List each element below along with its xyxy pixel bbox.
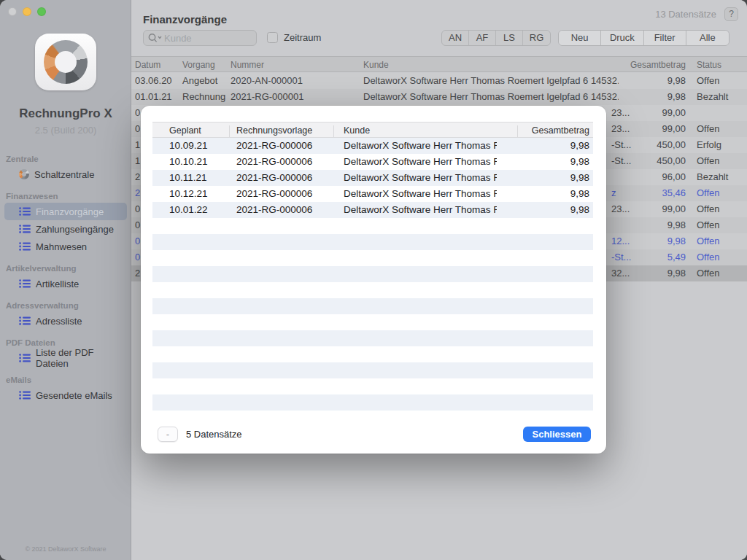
search-input[interactable] <box>143 30 257 46</box>
dialog-row[interactable]: 10.01.22 2021-RG-000006 DeltaworX Softwa… <box>152 202 593 218</box>
sidebar-item-label: Zahlungseingänge <box>36 224 114 235</box>
column-divider <box>333 125 334 137</box>
table-header: Datum Vorgang Nummer Kunde Gesamtbetrag … <box>131 56 747 72</box>
column-header-vorgang[interactable]: Vorgang <box>182 60 215 70</box>
swirl-logo-icon <box>19 169 29 179</box>
segment-ls[interactable]: LS <box>496 31 523 45</box>
zoom-button[interactable] <box>37 7 46 16</box>
sidebar-item-label: Adressliste <box>36 316 82 327</box>
traffic-lights <box>8 7 46 16</box>
sidebar-item-label: Gesendete eMails <box>36 390 112 401</box>
dialog-row[interactable]: 10.10.21 2021-RG-000006 DeltaworX Softwa… <box>152 154 593 170</box>
list-icon <box>19 279 31 288</box>
remove-button[interactable]: - <box>158 427 178 442</box>
sidebar-item-label: Mahnwesen <box>36 241 87 252</box>
sidebar-item-liste-der-pdf-dateien[interactable]: Liste der PDF Dateien <box>4 349 127 367</box>
list-icon <box>19 207 31 216</box>
sidebar-item-mahnwesen[interactable]: Mahnwesen <box>4 238 127 255</box>
sidebar-item-label: Finanzvorgänge <box>36 206 104 217</box>
sidebar-item-zahlungseingaenge[interactable]: Zahlungseingänge <box>4 220 127 238</box>
column-header-gesamtbetrag[interactable]: Gesamtbetrag <box>598 60 686 70</box>
page-title: Finanzvorgänge <box>143 13 227 26</box>
app-logo-icon <box>35 34 96 90</box>
section-header-finanzwesen: Finanzwesen <box>4 187 127 203</box>
copyright-text: © 2021 DeltaworX Software <box>0 545 131 553</box>
dialog-row[interactable]: 10.11.21 2021-RG-000006 DeltaworX Softwa… <box>152 170 593 186</box>
swirl-logo-icon <box>44 40 88 84</box>
app-window: RechnungPro X 2.5 (Build 200) Zentrale S… <box>0 0 747 560</box>
segment-an[interactable]: AN <box>442 31 469 45</box>
segment-rg[interactable]: RG <box>523 31 550 45</box>
sidebar-item-artikelliste[interactable]: Artikelliste <box>4 275 127 292</box>
schliessen-button[interactable]: Schliessen <box>523 427 591 442</box>
app-version: 2.5 (Build 200) <box>0 125 131 136</box>
schedule-dialog: Geplant Rechnungsvorlage Kunde Gesamtbet… <box>141 106 606 454</box>
zeitraum-label: Zeitraum <box>284 32 321 43</box>
sidebar: RechnungPro X 2.5 (Build 200) Zentrale S… <box>0 0 131 560</box>
column-header-datum[interactable]: Datum <box>135 60 179 70</box>
sidebar-nav: Zentrale Schaltzentrale Finanzwesen Fina… <box>0 146 131 404</box>
neu-button[interactable]: Neu <box>559 31 601 45</box>
action-segmented-control: Neu Druck Filter Alle <box>558 30 729 46</box>
sidebar-item-label: Artikelliste <box>36 279 79 289</box>
sidebar-item-adressliste[interactable]: Adressliste <box>4 312 127 330</box>
dialog-table-header: Geplant Rechnungsvorlage Kunde Gesamtbet… <box>152 122 593 138</box>
dialog-row[interactable]: 10.12.21 2021-RG-000006 DeltaworX Softwa… <box>152 186 593 202</box>
list-icon <box>19 391 31 400</box>
list-icon <box>19 242 31 251</box>
empty-rows-stripes <box>152 218 593 411</box>
list-icon <box>19 354 31 362</box>
segment-af[interactable]: AF <box>469 31 496 45</box>
filter-button[interactable]: Filter <box>644 31 686 45</box>
list-icon <box>19 316 31 325</box>
table-row[interactable]: 03.06.20 Angebot 2020-AN-000001 Deltawor… <box>131 73 747 89</box>
section-header-adressverwaltung: Adressverwaltung <box>4 297 127 312</box>
sidebar-item-label: Liste der PDF Dateien <box>36 347 125 369</box>
zeitraum-checkbox[interactable] <box>267 32 278 43</box>
column-divider <box>229 125 230 137</box>
sidebar-item-schaltzentrale[interactable]: Schaltzentrale <box>4 166 127 183</box>
minimize-button[interactable] <box>23 7 31 16</box>
sidebar-item-gesendete-emails[interactable]: Gesendete eMails <box>4 386 127 404</box>
column-divider <box>517 125 518 137</box>
column-header-nummer[interactable]: Nummer <box>231 60 264 70</box>
section-header-emails: eMails <box>4 371 127 386</box>
list-icon <box>19 225 31 233</box>
section-header-zentrale: Zentrale <box>4 150 127 166</box>
app-name: RechnungPro X <box>0 106 131 121</box>
column-header-kunde[interactable]: Kunde <box>363 60 619 70</box>
column-header-kunde[interactable]: Kunde <box>344 125 370 136</box>
dialog-row[interactable]: 10.09.21 2021-RG-000006 DeltaworX Softwa… <box>152 138 593 154</box>
close-button[interactable] <box>8 7 17 16</box>
column-header-status[interactable]: Status <box>697 60 721 70</box>
help-button[interactable]: ? <box>724 7 738 21</box>
alle-button[interactable]: Alle <box>686 31 729 45</box>
record-count: 13 Datensätze <box>655 9 716 20</box>
column-header-gesamtbetrag[interactable]: Gesamtbetrag <box>502 125 589 136</box>
column-header-geplant[interactable]: Geplant <box>169 125 201 136</box>
column-header-rechnungsvorlage[interactable]: Rechnungsvorlage <box>236 125 312 136</box>
dialog-record-count: 5 Datensätze <box>186 429 242 440</box>
sidebar-item-label: Schaltzentrale <box>34 169 94 180</box>
table-row[interactable]: 01.01.21 Rechnung 2021-RG-000001 Deltawo… <box>131 89 747 105</box>
type-segmented-control: AN AF LS RG <box>441 30 551 46</box>
section-header-artikelverwaltung: Artikelverwaltung <box>4 260 127 275</box>
sidebar-item-finanzvorgaenge[interactable]: Finanzvorgänge <box>4 203 127 220</box>
druck-button[interactable]: Druck <box>601 31 643 45</box>
